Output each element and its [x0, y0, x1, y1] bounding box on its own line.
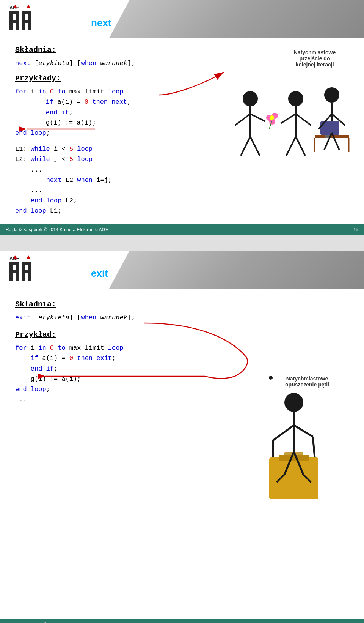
svg-point-30: [324, 87, 339, 103]
agh-logo-2: AGH: [8, 254, 34, 285]
svg-line-17: [241, 137, 250, 156]
syntax-next-kw: next: [15, 60, 31, 67]
svg-rect-48: [22, 270, 31, 273]
slide-1: AGH Instrukcje sekwencyjne Instrukcja ne…: [0, 0, 364, 235]
figure-svg-2: [246, 383, 341, 516]
annotation2-line1: Natychmiastowe: [286, 375, 328, 382]
svg-point-13: [243, 91, 258, 106]
header-subtitle: Instrukcje sekwencyjne: [42, 9, 111, 16]
header-title-2: Instrukcja exit: [42, 268, 108, 279]
header-title-prefix-2: Instrukcja: [42, 268, 91, 279]
svg-line-15: [235, 114, 250, 125]
svg-line-59: [313, 437, 315, 457]
slide-2: AGH Instrukcje sekwencyjne Instrukcja ex…: [0, 251, 364, 623]
svg-rect-44: [16, 262, 19, 281]
slide1-footer: Rajda & Kasperek © 2014 Katedra Elektron…: [0, 224, 364, 235]
annotation-line1: Natychmiastowe: [294, 49, 336, 55]
svg-point-22: [270, 115, 274, 120]
header-content-2: AGH Instrukcje sekwencyjne Instrukcja ex…: [0, 251, 364, 289]
annotation-line2: przejście do: [300, 55, 330, 62]
svg-line-58: [294, 425, 313, 437]
svg-rect-7: [22, 20, 31, 23]
svg-marker-10: [27, 5, 30, 8]
slide1-header: AGH Instrukcje sekwencyjne Instrukcja ne…: [0, 0, 364, 38]
svg-rect-3: [16, 11, 19, 30]
slide2-header: AGH Instrukcje sekwencyjne Instrukcja ex…: [0, 251, 364, 289]
agh-logo: AGH: [8, 4, 34, 34]
svg-rect-32: [315, 135, 349, 138]
header-subtitle-2: Instrukcje sekwencyjne: [42, 260, 108, 267]
slide2-footer: Rajda & Kasperek © 2014 Katedra Elektron…: [0, 619, 364, 623]
figures-illustration: [220, 76, 353, 228]
header-text-block: Instrukcje sekwencyjne Instrukcja next: [42, 9, 111, 29]
header-content: AGH Instrukcje sekwencyjne Instrukcja ne…: [0, 0, 364, 38]
slide1-content: Składnia: next [etykieta] [when warunek]…: [0, 38, 364, 229]
footer-right: 15: [353, 227, 358, 232]
svg-line-26: [281, 114, 296, 123]
header-text-block-2: Instrukcje sekwencyjne Instrukcja exit: [42, 260, 108, 279]
svg-line-16: [250, 114, 265, 121]
svg-line-27: [296, 114, 311, 125]
svg-point-54: [284, 393, 303, 412]
header-title-keyword: next: [91, 17, 111, 28]
annotation-1: Natychmiastowe przejście do kolejnej ite…: [284, 49, 345, 68]
figure-2: [246, 383, 341, 516]
exit-kw: exit: [15, 314, 31, 321]
svg-line-18: [250, 137, 260, 156]
svg-line-56: [273, 425, 294, 440]
header-title-keyword-2: exit: [91, 268, 108, 279]
header-title: Instrukcja next: [42, 17, 111, 29]
arrow-2: [19, 121, 95, 137]
figures-svg: [220, 76, 353, 220]
syntax-when-kw: when: [81, 60, 96, 67]
annotation-line3: kolejnej iteracji: [295, 62, 334, 68]
svg-point-53: [269, 376, 273, 380]
svg-line-28: [286, 137, 296, 156]
slide2-content: Składnia: exit [etykieta] [when warunek]…: [0, 289, 364, 418]
header-title-prefix: Instrukcja: [42, 17, 91, 28]
svg-rect-60: [269, 457, 318, 499]
svg-rect-2: [9, 20, 17, 23]
dot-1: [268, 375, 273, 380]
svg-point-24: [288, 91, 303, 106]
arrow-3: [38, 304, 265, 380]
footer-left: Rajda & Kasperek © 2014 Katedra Elektron…: [6, 227, 109, 232]
svg-marker-51: [27, 255, 30, 259]
slide-gap: [0, 243, 364, 251]
svg-line-29: [296, 137, 305, 156]
svg-rect-43: [9, 270, 17, 273]
